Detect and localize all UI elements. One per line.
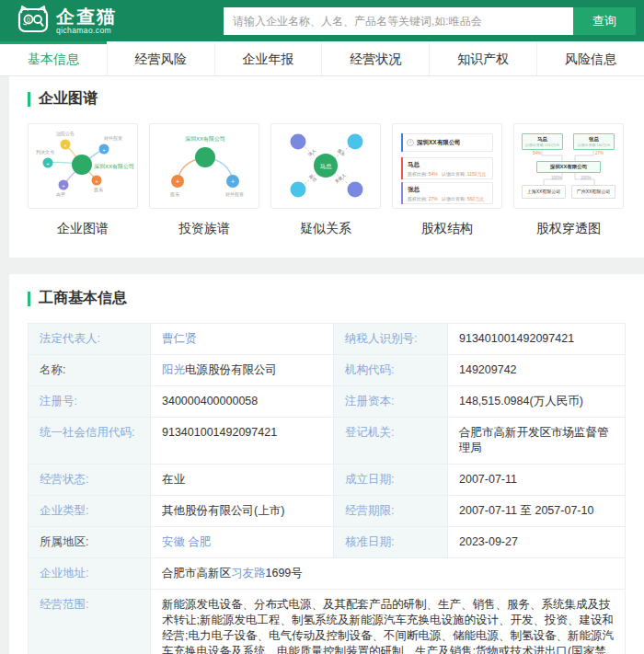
tab-5[interactable]: 风险信息 bbox=[536, 41, 644, 75]
svg-text:+: + bbox=[176, 178, 179, 185]
search-button[interactable]: 查询 bbox=[573, 7, 636, 35]
field-label: 注册资本: bbox=[334, 386, 448, 417]
section-title-text: 工商基本信息 bbox=[39, 289, 127, 308]
business-info-table: 法定代表人:曹仁贤纳税人识别号:913401001492097421名称:阳光电… bbox=[28, 323, 626, 654]
value-text: 电源股份有限公司 bbox=[185, 363, 277, 376]
field-label: 经营状态: bbox=[29, 465, 151, 495]
svg-text:+: + bbox=[46, 161, 50, 166]
graph-card-enterprise-map[interactable]: + + + + + 深圳XX有限公司 法院公告 对外投资 判决文书 高管 股东 bbox=[28, 123, 138, 237]
field-value: 913401001492097421 bbox=[151, 418, 334, 464]
field-label: 纳税人识别号: bbox=[334, 324, 448, 354]
thumbnail-caption: 股权结构 bbox=[392, 221, 502, 237]
search-bar: 查询 bbox=[224, 7, 636, 35]
field-value: 阳光电源股份有限公司 bbox=[151, 355, 334, 385]
graph-card-suspected-relations[interactable]: 马总 法人 股东 高管 关联人 疑似关系 bbox=[270, 123, 381, 237]
enterprise-graph-card: 企业图谱 + + + + + bbox=[9, 76, 644, 258]
investment-tree-thumbnail: 深圳XX有限公司 + + 股东 对外投资 bbox=[149, 123, 259, 209]
mini-bar bbox=[401, 157, 403, 179]
svg-text:高管: 高管 bbox=[56, 191, 65, 198]
value-text: 合肥市高新开发区市场监督管理局 bbox=[459, 426, 609, 454]
value-link[interactable]: 安徽 合肥 bbox=[162, 535, 211, 548]
equity-penetration-thumbnail: 马总 认缴出资额 1150万元 张总 认缴出资额 560万元 54% 27% 深… bbox=[513, 123, 624, 209]
svg-text:深圳XX有限公司: 深圳XX有限公司 bbox=[185, 135, 225, 142]
svg-text:判决文书: 判决文书 bbox=[36, 149, 54, 155]
value-text: 148,515.0984(万人民币) bbox=[459, 395, 583, 407]
table-row: 经营范围:新能源发电设备、分布式电源、及其配套产品的研制、生产、销售、服务、系统… bbox=[29, 590, 625, 654]
field-label: 企业类型: bbox=[29, 496, 151, 526]
field-label: 机构代码: bbox=[334, 355, 448, 385]
value-text: 913401001492097421 bbox=[162, 426, 277, 439]
field-value: 新能源发电设备、分布式电源、及其配套产品的研制、生产、销售、服务、系统集成及技术… bbox=[151, 590, 625, 654]
svg-text:+: + bbox=[95, 178, 98, 184]
field-label: 注册号: bbox=[29, 386, 151, 417]
value-text: 新能源发电设备、分布式电源、及其配套产品的研制、生产、销售、服务、系统集成及技术… bbox=[162, 598, 614, 654]
section-accent-bar bbox=[28, 292, 30, 306]
section-title-text: 企业图谱 bbox=[39, 89, 98, 109]
graph-card-equity-structure[interactable]: + 深圳XX有限公司 马总 股权比例: 54% 认缴出资额: 1150万元 bbox=[392, 123, 502, 237]
value-text: 2023-09-27 bbox=[459, 535, 518, 548]
qichamao-logo[interactable]: 0 企查猫 qichamao.com bbox=[17, 5, 117, 38]
thumbnail-caption: 疑似关系 bbox=[270, 221, 381, 237]
value-text: 1699号 bbox=[266, 567, 303, 579]
thumbnail-caption: 投资族谱 bbox=[149, 221, 259, 237]
info-section-title: 工商基本信息 bbox=[28, 289, 626, 308]
tab-1[interactable]: 经营风险 bbox=[107, 41, 214, 75]
mini-bar bbox=[401, 182, 403, 204]
svg-text:股东: 股东 bbox=[94, 187, 103, 193]
table-row: 法定代表人:曹仁贤纳税人识别号:913401001492097421 bbox=[29, 324, 625, 355]
svg-text:高管: 高管 bbox=[308, 173, 318, 183]
table-row: 所属地区:安徽 合肥核准日期:2023-09-27 bbox=[29, 527, 625, 558]
field-value: 913401001492097421 bbox=[448, 324, 625, 354]
thumbnail-caption: 股权穿透图 bbox=[513, 221, 624, 237]
field-value: 2023-09-27 bbox=[448, 527, 625, 557]
logo-title: 企查猫 bbox=[56, 7, 117, 26]
field-label: 成立日期: bbox=[334, 465, 448, 495]
graph-card-investment-tree[interactable]: 深圳XX有限公司 + + 股东 对外投资 投资族谱 bbox=[149, 123, 259, 237]
field-label: 经营期限: bbox=[334, 496, 448, 526]
field-label: 核准日期: bbox=[334, 527, 448, 557]
business-info-card: 工商基本信息 法定代表人:曹仁贤纳税人识别号:91340100149209742… bbox=[9, 274, 644, 654]
graph-card-equity-penetration[interactable]: 马总 认缴出资额 1150万元 张总 认缴出资额 560万元 54% 27% 深… bbox=[513, 123, 624, 237]
field-value: 曹仁贤 bbox=[151, 324, 334, 354]
enterprise-map-thumbnail: + + + + + 深圳XX有限公司 法院公告 对外投资 判决文书 高管 股东 bbox=[28, 123, 138, 209]
table-row: 企业地址:合肥市高新区习友路1699号 bbox=[29, 558, 625, 590]
svg-text:深圳XX有限公司: 深圳XX有限公司 bbox=[94, 163, 134, 169]
field-label: 名称: bbox=[29, 355, 151, 385]
value-link[interactable]: 阳光 bbox=[162, 363, 185, 376]
svg-text:对外投资: 对外投资 bbox=[225, 191, 244, 197]
field-label: 所属地区: bbox=[29, 527, 151, 557]
table-row: 名称:阳光电源股份有限公司机构代码:149209742 bbox=[29, 355, 625, 386]
field-value: 149209742 bbox=[448, 355, 625, 385]
search-input[interactable] bbox=[224, 7, 573, 35]
tab-0[interactable]: 基本信息 bbox=[0, 41, 107, 75]
cat-magnifier-logo-icon: 0 bbox=[17, 5, 50, 38]
value-text: 340000400000058 bbox=[162, 395, 258, 407]
svg-text:+: + bbox=[62, 183, 65, 189]
field-value: 安徽 合肥 bbox=[151, 527, 334, 557]
svg-text:法院公告: 法院公告 bbox=[56, 131, 75, 137]
field-label: 统一社会信用代码: bbox=[29, 418, 151, 464]
tab-3[interactable]: 经营状况 bbox=[321, 41, 429, 75]
field-value: 340000400000058 bbox=[151, 386, 334, 417]
svg-text:0: 0 bbox=[27, 16, 30, 22]
field-value: 合肥市高新区习友路1699号 bbox=[151, 558, 625, 589]
page-body: 企业图谱 + + + + + bbox=[0, 76, 644, 654]
svg-text:马总: 马总 bbox=[320, 163, 333, 169]
value-link[interactable]: 习友路 bbox=[231, 567, 266, 579]
logo-subtitle: qichamao.com bbox=[56, 26, 117, 35]
svg-text:股东: 股东 bbox=[170, 191, 179, 198]
value-text: 其他股份有限公司(上市) bbox=[162, 504, 284, 517]
app-header: 0 企查猫 qichamao.com 查询 bbox=[0, 0, 644, 41]
value-text: 2007-07-11 bbox=[459, 473, 517, 486]
mini-bar bbox=[401, 133, 403, 152]
tab-4[interactable]: 知识产权 bbox=[429, 41, 536, 75]
value-text: 合肥市高新区 bbox=[162, 567, 231, 579]
suspected-relations-thumbnail: 马总 法人 股东 高管 关联人 bbox=[270, 123, 381, 209]
tab-2[interactable]: 企业年报 bbox=[214, 41, 322, 75]
value-link[interactable]: 曹仁贤 bbox=[162, 332, 197, 345]
graph-section-title: 企业图谱 bbox=[28, 89, 626, 109]
field-value: 148,515.0984(万人民币) bbox=[448, 386, 625, 417]
field-label: 企业地址: bbox=[29, 558, 151, 589]
field-value: 在业 bbox=[151, 465, 334, 495]
svg-text:+: + bbox=[231, 178, 235, 185]
